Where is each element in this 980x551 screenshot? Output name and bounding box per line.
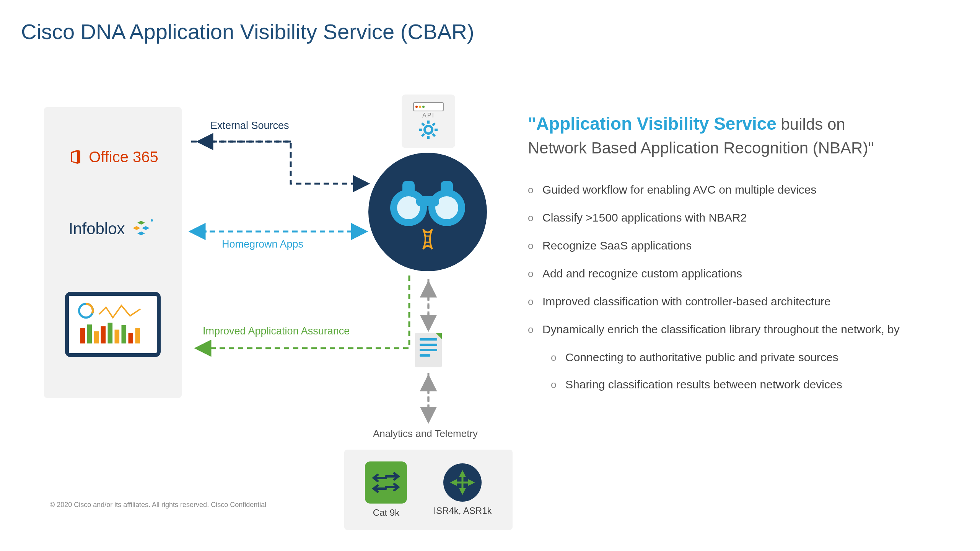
infoblox-icon: [130, 217, 157, 240]
isr-label: ISR4k, ASR1k: [433, 505, 492, 516]
headline-quote: "Application Visibility Service builds o…: [528, 111, 941, 160]
bullet-item: Add and recognize custom applications: [528, 265, 941, 282]
svg-line-17: [433, 134, 435, 136]
quote-body2: Network Based Application Recognition (N…: [528, 139, 874, 157]
quote-body1: builds on: [777, 115, 845, 133]
api-icon: API: [402, 95, 455, 148]
svg-rect-10: [135, 328, 140, 344]
sub-bullet-item: Sharing classification results between n…: [551, 376, 941, 393]
infoblox-label: Infoblox: [68, 220, 125, 238]
svg-rect-8: [122, 325, 127, 343]
bullet-item: Guided workflow for enabling AVC on mult…: [528, 181, 941, 198]
bullet-item: Improved classification with controller-…: [528, 293, 941, 310]
dashboard-icon: [65, 292, 161, 357]
svg-rect-6: [108, 323, 113, 343]
svg-line-16: [422, 123, 424, 126]
dna-icon: [420, 228, 435, 251]
svg-rect-26: [416, 196, 439, 206]
analytics-telemetry-label: Analytics and Telemetry: [373, 428, 478, 440]
page-title: Cisco DNA Application Visibility Service…: [21, 19, 474, 44]
svg-rect-5: [101, 326, 106, 343]
document-icon: [415, 333, 442, 367]
svg-point-0: [151, 219, 153, 222]
svg-rect-25: [441, 181, 453, 196]
svg-rect-4: [94, 331, 99, 344]
footer-copyright: © 2020 Cisco and/or its affiliates. All …: [50, 501, 266, 509]
office365-item: Office 365: [67, 148, 158, 166]
quote-lead: "Application Visibility Service: [528, 114, 777, 134]
isr-device: ISR4k, ASR1k: [433, 463, 492, 516]
svg-rect-2: [80, 328, 85, 344]
api-label: API: [422, 112, 435, 119]
content-column: "Application Visibility Service builds o…: [528, 111, 941, 403]
svg-rect-9: [129, 333, 133, 343]
bullet-item: Recognize SaaS applications: [528, 237, 941, 254]
office365-label: Office 365: [89, 148, 158, 166]
assurance-label: Improved Application Assurance: [203, 325, 350, 337]
binoculars-icon: [368, 153, 487, 271]
homegrown-apps-label: Homegrown Apps: [222, 238, 303, 250]
bullet-list: Guided workflow for enabling AVC on mult…: [528, 181, 941, 338]
svg-line-18: [433, 123, 435, 126]
svg-rect-7: [115, 329, 120, 343]
svg-rect-3: [87, 324, 92, 344]
devices-panel: Cat 9k ISR4k, ASR1k: [344, 450, 513, 530]
external-sources-label: External Sources: [210, 120, 289, 132]
sources-panel: Office 365 Infoblox: [44, 107, 182, 398]
sub-bullet-item: Connecting to authoritative public and p…: [551, 349, 941, 366]
bullet-item: Dynamically enrich the classification li…: [528, 321, 941, 338]
gear-icon: [418, 119, 439, 140]
svg-point-11: [425, 126, 432, 134]
cat9k-device: Cat 9k: [365, 461, 407, 518]
bullet-item: Classify >1500 applications with NBAR2: [528, 209, 941, 226]
svg-line-19: [422, 134, 424, 136]
router-icon: [443, 463, 482, 502]
switch-icon: [365, 461, 407, 504]
svg-rect-24: [402, 181, 415, 196]
sub-bullet-list: Connecting to authoritative public and p…: [551, 349, 941, 393]
cat9k-label: Cat 9k: [373, 507, 399, 518]
office365-icon: [67, 148, 84, 165]
infoblox-item: Infoblox: [68, 217, 157, 240]
